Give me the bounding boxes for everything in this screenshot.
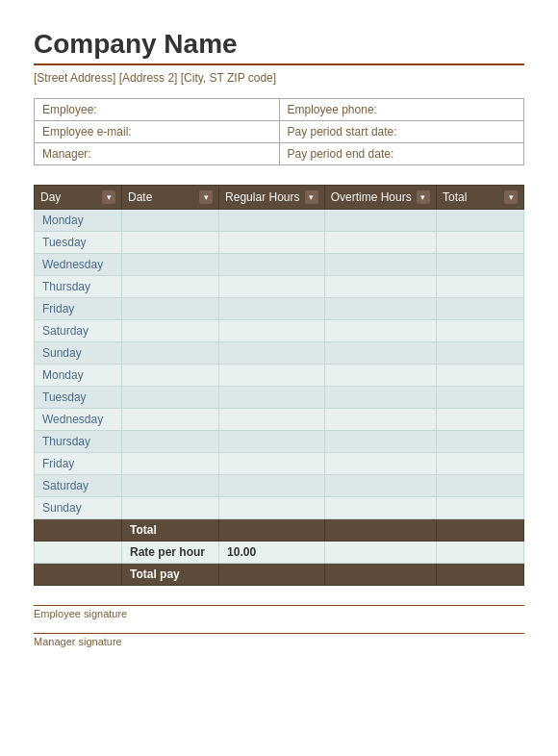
- rate-ot: [324, 542, 436, 564]
- info-row: Employee e-mail: Pay period start date:: [35, 121, 524, 143]
- ot-cell[interactable]: [324, 453, 436, 475]
- reg-cell[interactable]: [219, 453, 325, 475]
- ot-cell[interactable]: [324, 431, 436, 453]
- total-cell: [436, 453, 523, 475]
- ot-dropdown-icon[interactable]: ▾: [417, 190, 430, 204]
- info-label2: Employee phone:: [279, 99, 524, 121]
- date-cell[interactable]: [122, 320, 219, 342]
- reg-cell[interactable]: [219, 276, 325, 298]
- company-divider: [34, 63, 524, 65]
- totalpay-empty1: [35, 564, 122, 586]
- date-cell[interactable]: [122, 431, 219, 453]
- date-cell[interactable]: [122, 232, 219, 254]
- day-dropdown-icon[interactable]: ▾: [102, 190, 115, 204]
- rate-label: Rate per hour: [122, 542, 219, 564]
- reg-cell[interactable]: [219, 320, 325, 342]
- day-cell: Saturday: [35, 475, 122, 497]
- date-cell[interactable]: [122, 254, 219, 276]
- col-reg-header: Regular Hours ▾: [219, 186, 325, 210]
- info-label1: Employee:: [35, 99, 280, 121]
- ot-cell[interactable]: [324, 232, 436, 254]
- ot-cell[interactable]: [324, 254, 436, 276]
- day-cell: Thursday: [35, 431, 122, 453]
- ot-cell[interactable]: [324, 210, 436, 232]
- date-cell[interactable]: [122, 497, 219, 519]
- reg-cell[interactable]: [219, 232, 325, 254]
- total-dropdown-icon[interactable]: ▾: [504, 190, 518, 204]
- reg-cell[interactable]: [219, 342, 325, 365]
- totalpay-reg: [219, 564, 325, 586]
- table-row: Monday: [35, 365, 524, 387]
- date-cell[interactable]: [122, 276, 219, 298]
- total-cell: [436, 387, 523, 409]
- table-row: Tuesday: [35, 387, 524, 409]
- date-cell[interactable]: [122, 387, 219, 409]
- reg-cell[interactable]: [219, 365, 325, 387]
- rate-empty1: [35, 542, 122, 564]
- day-cell: Sunday: [35, 497, 122, 519]
- reg-cell[interactable]: [219, 475, 325, 497]
- day-cell: Monday: [35, 365, 122, 387]
- info-label2: Pay period end date:: [279, 143, 524, 165]
- ot-cell[interactable]: [324, 342, 436, 365]
- reg-dropdown-icon[interactable]: ▾: [305, 190, 318, 204]
- day-cell: Wednesday: [35, 409, 122, 431]
- table-row: Wednesday: [35, 409, 524, 431]
- total-cell: [436, 254, 523, 276]
- company-name: Company Name: [34, 29, 524, 60]
- ot-cell[interactable]: [324, 276, 436, 298]
- total-cell: [436, 365, 523, 387]
- reg-cell[interactable]: [219, 254, 325, 276]
- date-cell[interactable]: [122, 210, 219, 232]
- reg-cell[interactable]: [219, 387, 325, 409]
- day-cell: Monday: [35, 210, 122, 232]
- date-cell[interactable]: [122, 298, 219, 320]
- info-row: Manager: Pay period end date:: [35, 143, 524, 165]
- info-label2: Pay period start date:: [279, 121, 524, 143]
- date-cell[interactable]: [122, 409, 219, 431]
- table-header-row: Day ▾ Date ▾ Regular Hours ▾ Overtime Ho…: [35, 186, 524, 210]
- table-row: Thursday: [35, 431, 524, 453]
- day-cell: Wednesday: [35, 254, 122, 276]
- reg-cell[interactable]: [219, 497, 325, 519]
- total-cell: [436, 298, 523, 320]
- ot-cell[interactable]: [324, 475, 436, 497]
- ot-cell[interactable]: [324, 497, 436, 519]
- rate-value[interactable]: 10.00: [219, 542, 325, 564]
- day-cell: Thursday: [35, 276, 122, 298]
- date-dropdown-icon[interactable]: ▾: [199, 190, 213, 204]
- info-table: Employee: Employee phone: Employee e-mai…: [34, 98, 524, 165]
- total-empty1: [35, 519, 122, 542]
- ot-cell[interactable]: [324, 409, 436, 431]
- reg-cell[interactable]: [219, 409, 325, 431]
- manager-signature-line: [34, 633, 524, 634]
- col-day-header: Day ▾: [35, 186, 122, 210]
- table-row: Friday: [35, 453, 524, 475]
- day-cell: Tuesday: [35, 232, 122, 254]
- total-cell: [436, 475, 523, 497]
- date-cell[interactable]: [122, 475, 219, 497]
- info-label1: Manager:: [35, 143, 280, 165]
- table-row: Sunday: [35, 342, 524, 365]
- manager-signature-label: Manager signature: [34, 636, 524, 647]
- table-row: Saturday: [35, 475, 524, 497]
- day-cell: Sunday: [35, 342, 122, 365]
- ot-cell[interactable]: [324, 320, 436, 342]
- table-row: Wednesday: [35, 254, 524, 276]
- date-cell[interactable]: [122, 365, 219, 387]
- reg-cell[interactable]: [219, 298, 325, 320]
- date-cell[interactable]: [122, 342, 219, 365]
- totalpay-ot: [324, 564, 436, 586]
- day-cell: Friday: [35, 298, 122, 320]
- reg-cell[interactable]: [219, 210, 325, 232]
- day-cell: Tuesday: [35, 387, 122, 409]
- table-row: Thursday: [35, 276, 524, 298]
- total-label: Total: [122, 519, 219, 542]
- total-cell: [436, 342, 523, 365]
- reg-cell[interactable]: [219, 431, 325, 453]
- date-cell[interactable]: [122, 453, 219, 475]
- ot-cell[interactable]: [324, 365, 436, 387]
- rate-row: Rate per hour 10.00: [35, 542, 524, 564]
- ot-cell[interactable]: [324, 387, 436, 409]
- ot-cell[interactable]: [324, 298, 436, 320]
